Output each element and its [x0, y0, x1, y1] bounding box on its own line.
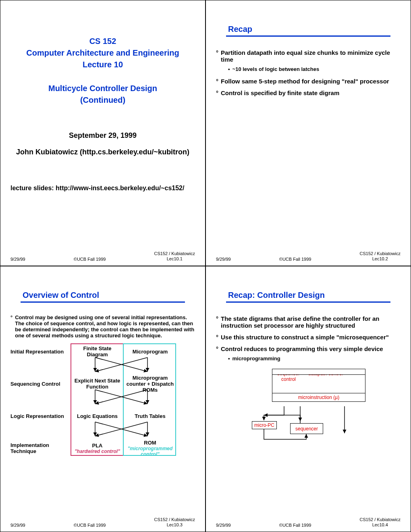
- row-label: Logic Representation: [10, 413, 71, 419]
- bullet: °Control is specified by finite state di…: [216, 89, 401, 96]
- slides-url: lecture slides: http://www-inst.eecs.ber…: [10, 185, 195, 192]
- bullet-text: Control may be designed using one of sev…: [15, 314, 195, 339]
- bullet: °Use this structure to construct a simpl…: [216, 334, 401, 341]
- footer-date: 9/29/99: [216, 257, 231, 262]
- row-label: Implementation Technique: [10, 442, 71, 454]
- bullet-text: Follow same 5-step method for designing …: [221, 78, 389, 85]
- footer-date: 9/29/99: [10, 257, 25, 262]
- bullet-text: Control is specified by finite state dig…: [221, 89, 339, 96]
- control-grid: Initial Representation Finite State Diag…: [10, 343, 195, 528]
- bullet-text: Use this structure to construct a simple…: [221, 334, 389, 341]
- course-number: CS 152: [10, 37, 195, 46]
- slide-footer: 9/29/99 ©UCB Fall 1999 CS152 / Kubiatowi…: [10, 251, 195, 262]
- footer-center: ©UCB Fall 1999: [279, 257, 311, 262]
- author-line: John Kubiatowicz (http.cs.berkeley.edu/~…: [10, 148, 195, 156]
- bullet-text: ~10 levels of logic between latches: [232, 66, 320, 72]
- bullet-text: Partition datapath into equal size chunk…: [221, 49, 401, 63]
- footer-lec: Lec10.3: [167, 522, 183, 527]
- slide-2: Recap °Partition datapath into equal siz…: [206, 0, 411, 266]
- lecture-subtitle: (Continued): [10, 96, 195, 105]
- bullet: °Partition datapath into equal size chun…: [216, 49, 401, 63]
- bullet-text: The state digrams that arise define the …: [221, 315, 401, 329]
- course-title: Computer Architecture and Engineering: [10, 48, 195, 58]
- row-label: Sequencing Control: [10, 381, 71, 387]
- intro-text: °Control may be designed using one of se…: [10, 314, 195, 339]
- bullet: °Control reduces to programming this ver…: [216, 345, 401, 352]
- slide-footer: 9/29/99 ©UCB Fall 1999 CS152 / Kubiatowi…: [10, 517, 195, 528]
- footer-lec: Lec10.1: [167, 256, 183, 261]
- slide-1: CS 152 Computer Architecture and Enginee…: [0, 0, 206, 266]
- sub-bullet: •microprogramming: [228, 355, 401, 362]
- footer-course: CS152 / Kubiatowicz: [154, 517, 195, 522]
- lecture-number: Lecture 10: [10, 60, 195, 69]
- slide-footer: 9/29/99 ©UCB Fall 1999 CS152 / Kubiatowi…: [216, 517, 401, 528]
- footer-lec: Lec10.4: [372, 522, 388, 527]
- lecture-title: Multicycle Controller Design: [10, 84, 195, 93]
- bullet-text: Control reduces to programming this very…: [221, 345, 383, 352]
- column-border-hardwired: [71, 343, 124, 456]
- slide-footer: 9/29/99 ©UCB Fall 1999 CS152 / Kubiatowi…: [216, 251, 401, 262]
- footer-center: ©UCB Fall 1999: [74, 523, 106, 528]
- sub-bullet: •~10 levels of logic between latches: [228, 66, 401, 72]
- bullet: °Follow same 5-step method for designing…: [216, 78, 401, 85]
- title-underline: [226, 301, 390, 303]
- footer-course: CS152 / Kubiatowicz: [154, 251, 195, 256]
- footer-course: CS152 / Kubiatowicz: [360, 251, 401, 256]
- title-underline: [226, 35, 390, 37]
- slide-4: Recap: Controller Design °The state digr…: [206, 266, 411, 532]
- lecture-date: September 29, 1999: [10, 131, 195, 140]
- slide-title: Recap: Controller Design: [228, 291, 401, 300]
- footer-date: 9/29/99: [216, 523, 231, 528]
- footer-center: ©UCB Fall 1999: [74, 257, 106, 262]
- slide-3: Overview of Control °Control may be desi…: [0, 266, 206, 532]
- bullet-text: microprogramming: [232, 355, 280, 362]
- slide-title: Recap: [228, 25, 401, 34]
- diagram-arrows: [248, 369, 369, 449]
- slide-title: Overview of Control: [23, 291, 195, 300]
- column-border-microprogrammed: [123, 343, 176, 456]
- bullet: °The state digrams that arise define the…: [216, 315, 401, 329]
- footer-center: ©UCB Fall 1999: [279, 523, 311, 528]
- footer-course: CS152 / Kubiatowicz: [360, 517, 401, 522]
- row-label: Initial Representation: [10, 349, 71, 355]
- footer-lec: Lec10.2: [372, 256, 388, 261]
- footer-date: 9/29/99: [10, 523, 25, 528]
- title-underline: [21, 301, 185, 303]
- handout-page: CS 152 Computer Architecture and Enginee…: [0, 0, 411, 532]
- microsequencer-diagram: sequencer control datapath control micro…: [248, 369, 369, 449]
